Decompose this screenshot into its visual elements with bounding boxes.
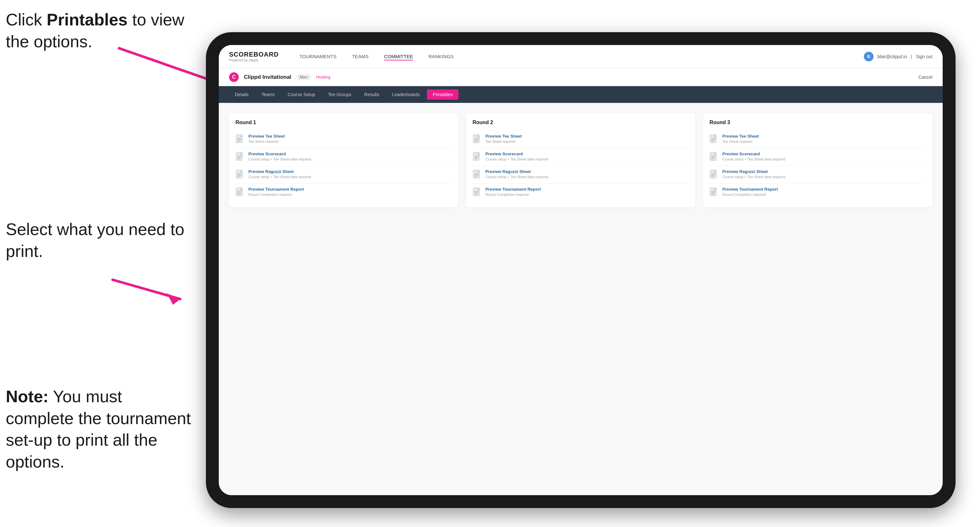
tournament-logo: C bbox=[229, 72, 239, 82]
nav-teams[interactable]: TEAMS bbox=[352, 52, 369, 60]
print-item-text-r2-i4: Preview Tournament ReportRound Completio… bbox=[485, 187, 541, 197]
annotation-bottom: Note: You must complete the tournament s… bbox=[6, 386, 192, 473]
tablet-frame: SCOREBOARD Powered by clippd TOURNAMENTS… bbox=[206, 32, 956, 508]
sub-nav: Details Teams Course Setup Tee Groups Re… bbox=[219, 86, 943, 103]
document-icon bbox=[710, 134, 718, 145]
tournament-name: Clippd Invitational bbox=[244, 74, 291, 80]
arrow-middle bbox=[97, 270, 193, 309]
brand-title: SCOREBOARD bbox=[229, 51, 278, 58]
rounds-grid: Round 1 Preview Tee SheetTee Sheet requi… bbox=[229, 113, 932, 207]
print-item-title-r1-i1: Preview Tee Sheet bbox=[248, 134, 285, 138]
tournament-status: Hosting bbox=[316, 75, 331, 79]
print-item-subtitle-r3-i4: Round Completion required bbox=[722, 193, 778, 197]
print-item-r2-i1[interactable]: Preview Tee SheetTee Sheet required bbox=[473, 130, 689, 148]
document-icon bbox=[473, 187, 482, 198]
tab-tee-groups[interactable]: Tee Groups bbox=[322, 89, 357, 100]
tab-results[interactable]: Results bbox=[358, 89, 385, 100]
print-item-subtitle-r1-i1: Tee Sheet required bbox=[248, 140, 285, 143]
user-email: blair@clippd.io bbox=[877, 54, 907, 59]
nav-committee[interactable]: COMMITTEE bbox=[384, 52, 413, 60]
tablet-screen: SCOREBOARD Powered by clippd TOURNAMENTS… bbox=[219, 45, 943, 495]
print-item-subtitle-r2-i2: Course setup + Tee Sheet data required bbox=[485, 157, 548, 161]
print-item-text-r1-i2: Preview ScorecardCourse setup + Tee Shee… bbox=[248, 151, 311, 161]
print-item-subtitle-r1-i3: Course setup + Tee Sheet data required bbox=[248, 175, 311, 179]
print-item-title-r3-i1: Preview Tee Sheet bbox=[722, 134, 759, 138]
print-item-text-r2-i2: Preview ScorecardCourse setup + Tee Shee… bbox=[485, 151, 548, 161]
separator: | bbox=[911, 54, 912, 59]
document-icon bbox=[710, 170, 718, 180]
round-section-3: Round 3 Preview Tee SheetTee Sheet requi… bbox=[703, 113, 932, 207]
print-item-title-r3-i4: Preview Tournament Report bbox=[722, 187, 778, 192]
print-item-r1-i2[interactable]: Preview ScorecardCourse setup + Tee Shee… bbox=[235, 148, 452, 166]
print-item-title-r1-i4: Preview Tournament Report bbox=[248, 187, 304, 192]
print-item-text-r3-i3: Preview Raguzzi SheetCourse setup + Tee … bbox=[722, 169, 785, 179]
brand: SCOREBOARD Powered by clippd bbox=[229, 51, 278, 62]
round-title-1: Round 1 bbox=[235, 120, 452, 125]
document-icon bbox=[235, 187, 245, 198]
user-avatar: B bbox=[864, 52, 873, 62]
print-item-subtitle-r3-i2: Course setup + Tee Sheet data required bbox=[722, 157, 785, 161]
round-title-2: Round 2 bbox=[473, 120, 689, 125]
print-item-subtitle-r2-i1: Tee Sheet required bbox=[485, 140, 522, 143]
print-item-text-r2-i1: Preview Tee SheetTee Sheet required bbox=[485, 134, 522, 143]
top-nav: SCOREBOARD Powered by clippd TOURNAMENTS… bbox=[219, 45, 943, 68]
nav-right: B blair@clippd.io | Sign out bbox=[864, 52, 932, 62]
tournament-tag: Men bbox=[296, 74, 311, 80]
print-item-title-r2-i2: Preview Scorecard bbox=[485, 151, 548, 156]
print-item-subtitle-r1-i4: Round Completion required bbox=[248, 193, 304, 197]
sign-out-link[interactable]: Sign out bbox=[916, 54, 932, 59]
print-item-subtitle-r2-i4: Round Completion required bbox=[485, 193, 541, 197]
print-item-title-r1-i3: Preview Raguzzi Sheet bbox=[248, 169, 311, 174]
tab-course-setup[interactable]: Course Setup bbox=[282, 89, 321, 100]
document-icon bbox=[710, 152, 718, 162]
nav-tournaments[interactable]: TOURNAMENTS bbox=[299, 52, 337, 60]
print-item-r3-i4[interactable]: Preview Tournament ReportRound Completio… bbox=[710, 184, 926, 201]
print-item-subtitle-r3-i3: Course setup + Tee Sheet data required bbox=[722, 175, 785, 179]
document-icon bbox=[235, 134, 245, 145]
print-item-r1-i3[interactable]: Preview Raguzzi SheetCourse setup + Tee … bbox=[235, 166, 452, 184]
print-item-text-r3-i1: Preview Tee SheetTee Sheet required bbox=[722, 134, 759, 143]
nav-rankings[interactable]: RANKINGS bbox=[428, 52, 453, 60]
round-title-3: Round 3 bbox=[710, 120, 926, 125]
cancel-button[interactable]: Cancel bbox=[918, 75, 932, 80]
print-item-r1-i4[interactable]: Preview Tournament ReportRound Completio… bbox=[235, 184, 452, 201]
print-item-r3-i3[interactable]: Preview Raguzzi SheetCourse setup + Tee … bbox=[710, 166, 926, 184]
print-item-r2-i2[interactable]: Preview ScorecardCourse setup + Tee Shee… bbox=[473, 148, 689, 166]
print-item-text-r2-i3: Preview Raguzzi SheetCourse setup + Tee … bbox=[485, 169, 548, 179]
round-section-2: Round 2 Preview Tee SheetTee Sheet requi… bbox=[466, 113, 695, 207]
main-content: Round 1 Preview Tee SheetTee Sheet requi… bbox=[219, 103, 943, 495]
brand-sub: Powered by clippd bbox=[229, 58, 278, 62]
annotation-middle: Select what you need to print. bbox=[6, 219, 192, 262]
print-item-subtitle-r1-i2: Course setup + Tee Sheet data required bbox=[248, 157, 311, 161]
print-item-text-r1-i4: Preview Tournament ReportRound Completio… bbox=[248, 187, 304, 197]
document-icon bbox=[235, 152, 245, 162]
print-item-title-r2-i4: Preview Tournament Report bbox=[485, 187, 541, 192]
document-icon bbox=[473, 170, 482, 180]
print-item-r1-i1[interactable]: Preview Tee SheetTee Sheet required bbox=[235, 130, 452, 148]
document-icon bbox=[473, 152, 482, 162]
print-item-title-r2-i3: Preview Raguzzi Sheet bbox=[485, 169, 548, 174]
round-section-1: Round 1 Preview Tee SheetTee Sheet requi… bbox=[229, 113, 458, 207]
print-item-text-r1-i3: Preview Raguzzi SheetCourse setup + Tee … bbox=[248, 169, 311, 179]
tab-leaderboards[interactable]: Leaderboards bbox=[387, 89, 426, 100]
print-item-text-r3-i4: Preview Tournament ReportRound Completio… bbox=[722, 187, 778, 197]
tab-teams[interactable]: Teams bbox=[256, 89, 280, 100]
print-item-r3-i2[interactable]: Preview ScorecardCourse setup + Tee Shee… bbox=[710, 148, 926, 166]
tab-details[interactable]: Details bbox=[229, 89, 255, 100]
document-icon bbox=[710, 187, 718, 198]
print-item-r2-i3[interactable]: Preview Raguzzi SheetCourse setup + Tee … bbox=[473, 166, 689, 184]
document-icon bbox=[473, 134, 482, 145]
print-item-text-r1-i1: Preview Tee SheetTee Sheet required bbox=[248, 134, 285, 143]
print-item-subtitle-r3-i1: Tee Sheet required bbox=[722, 140, 759, 143]
document-icon bbox=[235, 170, 245, 180]
print-item-title-r3-i3: Preview Raguzzi Sheet bbox=[722, 169, 785, 174]
print-item-r2-i4[interactable]: Preview Tournament ReportRound Completio… bbox=[473, 184, 689, 201]
print-item-title-r1-i2: Preview Scorecard bbox=[248, 151, 311, 156]
tab-printables[interactable]: Printables bbox=[427, 89, 458, 100]
svg-marker-3 bbox=[167, 293, 180, 305]
print-item-text-r3-i2: Preview ScorecardCourse setup + Tee Shee… bbox=[722, 151, 785, 161]
print-item-title-r3-i2: Preview Scorecard bbox=[722, 151, 785, 156]
tournament-bar: C Clippd Invitational Men Hosting Cancel bbox=[219, 68, 943, 86]
print-item-r3-i1[interactable]: Preview Tee SheetTee Sheet required bbox=[710, 130, 926, 148]
print-item-subtitle-r2-i3: Course setup + Tee Sheet data required bbox=[485, 175, 548, 179]
